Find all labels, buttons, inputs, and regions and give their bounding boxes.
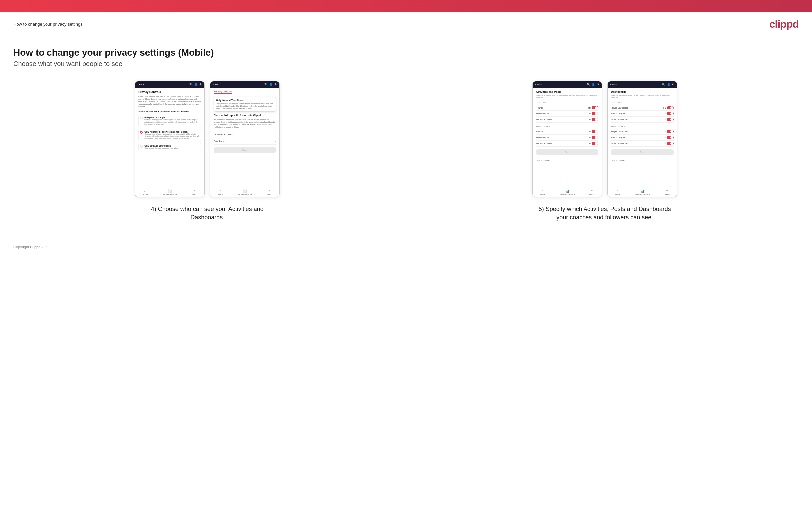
dash-coaches-insights-label: Round Insights: [611, 112, 625, 115]
menu-dashboards[interactable]: Dashboards ›: [213, 138, 276, 145]
dash-coaches-insights-toggle[interactable]: ON: [663, 112, 673, 115]
dash-coaches-work-toggle[interactable]: ON: [663, 118, 673, 121]
dash-followers-work-switch[interactable]: [667, 142, 673, 145]
nav-home-3[interactable]: ⌂ Home: [540, 189, 545, 195]
phone-4-back[interactable]: ‹ Back: [610, 83, 617, 86]
phone-2-save[interactable]: Save: [213, 147, 276, 153]
coaches-manual-switch[interactable]: [592, 118, 599, 121]
dash-coaches-insights-on: ON: [663, 113, 666, 115]
nav-my-performance-2[interactable]: 📊 My Performance: [238, 189, 252, 195]
nav-home-4[interactable]: ⌂ Home: [615, 189, 620, 195]
followers-rounds-toggle[interactable]: ON: [588, 130, 599, 133]
person-icon[interactable]: 👤: [194, 83, 198, 86]
dash-coaches-work-switch[interactable]: [667, 118, 673, 121]
phone-2-back[interactable]: ‹ Back: [213, 83, 219, 86]
home-icon: ⌂: [144, 189, 146, 193]
top-bar: [0, 0, 812, 12]
nav-my-performance-3[interactable]: 📊 My Performance: [560, 189, 574, 195]
phone-3-back[interactable]: ‹ Back: [536, 83, 542, 86]
followers-rounds-label: Rounds: [536, 130, 543, 133]
settings-icon-3[interactable]: ⚙: [597, 83, 599, 86]
search-icon-3[interactable]: 🔍: [587, 83, 590, 86]
phone-3-footer: ⌂ Home 📊 My Performance ≡ Menu: [533, 187, 602, 197]
dash-followers-insights-label: Round Insights: [611, 136, 625, 139]
radio-option-everyone[interactable]: Everyone on Clippd Everyone on Clippd ca…: [139, 115, 201, 127]
phone-1-header: ‹ Back 🔍 👤 ⚙: [135, 81, 204, 88]
dash-followers-insights-on: ON: [663, 137, 666, 139]
coaches-manual-label: Manual Activities: [536, 118, 552, 121]
radio-option-only-you[interactable]: Only You and Your Coach Only you and the…: [139, 143, 201, 151]
phone-4-coaches-label: COACHES: [611, 102, 673, 104]
show-hide-title: Show or hide specific features in Clippd: [213, 114, 276, 117]
person-icon-2[interactable]: 👤: [269, 83, 273, 86]
chart-icon-2: 📊: [243, 189, 247, 193]
coaches-rounds-toggle[interactable]: ON: [588, 106, 599, 110]
dash-followers-work-toggle[interactable]: ON: [663, 142, 673, 145]
phone-2-header: ‹ Back 🔍 👤 ⚙: [210, 81, 279, 88]
menu-activities[interactable]: Activities and Posts ›: [213, 131, 276, 138]
coaches-rounds-row: Rounds ON: [536, 105, 599, 111]
coaches-rounds-switch[interactable]: [592, 106, 599, 110]
screenshot-group-1: ‹ Back 🔍 👤 ⚙ Privacy Controls Control ho…: [13, 81, 402, 222]
phone-3: ‹ Back 🔍 👤 ⚙ Activities and Posts Select…: [532, 81, 602, 197]
dash-followers-player-on: ON: [663, 131, 666, 133]
settings-icon-4[interactable]: ⚙: [672, 83, 674, 86]
nav-menu-3[interactable]: ≡ Menu: [590, 189, 595, 195]
search-icon-2[interactable]: 🔍: [264, 83, 268, 86]
chart-icon-4: 📊: [640, 189, 644, 193]
nav-my-performance[interactable]: 📊 My Performance: [163, 189, 177, 195]
chevron-activities: ›: [275, 133, 276, 136]
show-hide-desc: Regardless of the privacy controls that …: [213, 118, 276, 129]
settings-icon[interactable]: ⚙: [199, 83, 202, 86]
dash-followers-player-toggle[interactable]: ON: [663, 130, 673, 133]
settings-icon-2[interactable]: ⚙: [274, 83, 276, 86]
dash-coaches-insights-switch[interactable]: [667, 112, 673, 115]
dash-coaches-work-on: ON: [663, 119, 666, 121]
dash-coaches-player-row: Player Dashboard ON: [611, 105, 673, 111]
followers-rounds-switch[interactable]: [592, 130, 599, 133]
phone-1: ‹ Back 🔍 👤 ⚙ Privacy Controls Control ho…: [135, 81, 205, 197]
search-icon[interactable]: 🔍: [189, 83, 193, 86]
followers-manual-switch[interactable]: [592, 142, 599, 145]
search-icon-4[interactable]: 🔍: [662, 83, 665, 86]
phone-1-back[interactable]: ‹ Back: [138, 83, 145, 86]
menu-icon-2: ≡: [269, 189, 271, 193]
coaches-manual-row: Manual Activities ON: [536, 117, 599, 123]
dash-coaches-player-switch[interactable]: [667, 106, 673, 110]
clippd-logo: clippd: [769, 18, 799, 30]
nav-home-2[interactable]: ⌂ Home: [217, 189, 223, 195]
chart-icon: 📊: [168, 189, 172, 193]
nav-menu-2[interactable]: ≡ Menu: [267, 189, 272, 195]
main-content: How to change your privacy settings (Mob…: [0, 34, 812, 238]
nav-menu-4[interactable]: ≡ Menu: [665, 189, 669, 195]
phone-4-save[interactable]: Save: [611, 149, 673, 155]
followers-manual-toggle[interactable]: ON: [588, 142, 599, 145]
nav-my-performance-4[interactable]: 📊 My Performance: [635, 189, 650, 195]
page-title: How to change your privacy settings (Mob…: [13, 48, 799, 58]
radio-circle-only-you: [140, 145, 143, 148]
phone-4: ‹ Back 🔍 👤 ⚙ Dashboards Select the dashb…: [607, 81, 677, 197]
followers-manual-on-label: ON: [588, 143, 591, 145]
dash-followers-insights-switch[interactable]: [667, 136, 673, 139]
radio-option-approved[interactable]: Only Approved Followers and Your Coach O…: [139, 129, 201, 142]
phone-3-save[interactable]: Save: [536, 149, 599, 155]
dash-followers-work-label: What To Work On: [611, 143, 628, 145]
coaches-drills-on-label: ON: [588, 113, 591, 115]
coaches-drills-switch[interactable]: [592, 112, 599, 115]
followers-drills-switch[interactable]: [592, 136, 599, 139]
dash-coaches-player-toggle[interactable]: ON: [663, 106, 673, 110]
person-icon-3[interactable]: 👤: [592, 83, 595, 86]
dash-followers-insights-toggle[interactable]: ON: [663, 136, 673, 139]
nav-menu[interactable]: ≡ Menu: [192, 189, 197, 195]
coaches-drills-toggle[interactable]: ON: [588, 112, 599, 115]
radio-circle-everyone: [140, 117, 143, 119]
phone-2-icons: 🔍 👤 ⚙: [264, 83, 276, 86]
dash-followers-player-label: Player Dashboard: [611, 130, 628, 133]
dash-followers-player-switch[interactable]: [667, 130, 673, 133]
person-icon-4[interactable]: 👤: [667, 83, 670, 86]
nav-home[interactable]: ⌂ Home: [143, 189, 148, 195]
coaches-manual-toggle[interactable]: ON: [588, 118, 599, 121]
followers-drills-toggle[interactable]: ON: [588, 136, 599, 139]
screenshots-grid: ‹ Back 🔍 👤 ⚙ Privacy Controls Control ho…: [13, 81, 799, 222]
dash-coaches-player-on: ON: [663, 107, 666, 109]
